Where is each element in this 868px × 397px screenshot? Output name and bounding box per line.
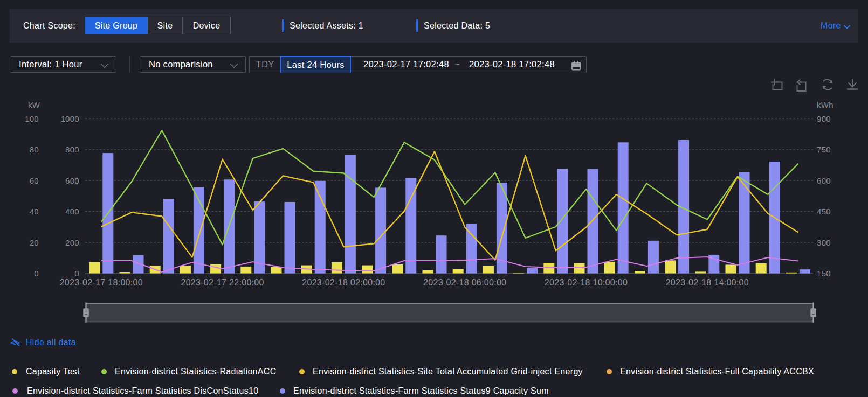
svg-text:400: 400	[65, 207, 79, 216]
svg-text:20: 20	[30, 238, 39, 247]
svg-text:300: 300	[817, 238, 831, 247]
svg-text:80: 80	[30, 145, 39, 154]
svg-text:200: 200	[65, 238, 79, 247]
svg-text:kWh: kWh	[817, 100, 833, 109]
svg-text:750: 750	[817, 145, 831, 154]
svg-text:450: 450	[817, 207, 831, 216]
svg-text:2023-02-17 22:00:00: 2023-02-17 22:00:00	[181, 278, 264, 287]
svg-text:600: 600	[65, 176, 79, 185]
svg-text:2023-02-18 14:00:00: 2023-02-18 14:00:00	[666, 278, 749, 287]
svg-text:40: 40	[30, 207, 39, 216]
svg-text:kW: kW	[28, 100, 40, 109]
svg-text:2023-02-18 06:00:00: 2023-02-18 06:00:00	[423, 278, 506, 287]
svg-text:60: 60	[30, 176, 39, 185]
svg-text:800: 800	[65, 145, 79, 154]
svg-text:2023-02-18 02:00:00: 2023-02-18 02:00:00	[302, 278, 385, 287]
svg-text:900: 900	[817, 114, 831, 123]
svg-text:150: 150	[817, 269, 831, 278]
svg-text:0: 0	[74, 269, 79, 278]
svg-text:1000: 1000	[60, 114, 79, 123]
svg-text:0: 0	[34, 269, 39, 278]
svg-text:2023-02-18 10:00:00: 2023-02-18 10:00:00	[545, 278, 628, 287]
svg-text:100: 100	[25, 114, 39, 123]
svg-text:600: 600	[817, 176, 831, 185]
svg-text:2023-02-17 18:00:00: 2023-02-17 18:00:00	[60, 278, 143, 287]
